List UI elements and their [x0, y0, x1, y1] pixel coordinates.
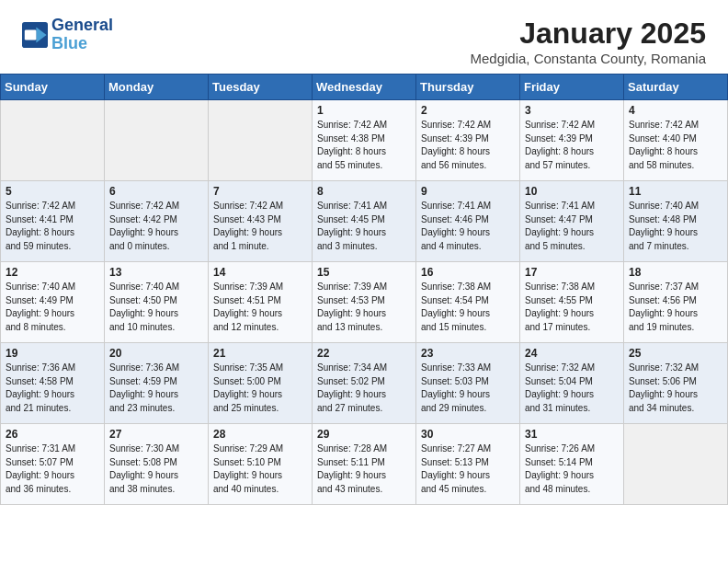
calendar-day-9: 9Sunrise: 7:41 AM Sunset: 4:46 PM Daylig…: [416, 181, 520, 262]
weekday-header-friday: Friday: [520, 75, 624, 100]
day-number: 30: [421, 428, 515, 441]
day-info: Sunrise: 7:32 AM Sunset: 5:06 PM Dayligh…: [629, 362, 722, 415]
calendar-day-16: 16Sunrise: 7:38 AM Sunset: 4:54 PM Dayli…: [416, 262, 520, 343]
calendar-day-7: 7Sunrise: 7:42 AM Sunset: 4:43 PM Daylig…: [209, 181, 313, 262]
calendar-day-5: 5Sunrise: 7:42 AM Sunset: 4:41 PM Daylig…: [1, 181, 105, 262]
day-number: 27: [109, 428, 203, 441]
day-info: Sunrise: 7:32 AM Sunset: 5:04 PM Dayligh…: [525, 362, 619, 415]
calendar-day-10: 10Sunrise: 7:41 AM Sunset: 4:47 PM Dayli…: [520, 181, 624, 262]
calendar-empty-cell: [624, 424, 728, 505]
calendar-day-11: 11Sunrise: 7:40 AM Sunset: 4:48 PM Dayli…: [624, 181, 728, 262]
logo-text: General Blue: [51, 17, 113, 53]
day-info: Sunrise: 7:34 AM Sunset: 5:02 PM Dayligh…: [317, 362, 411, 415]
day-info: Sunrise: 7:38 AM Sunset: 4:54 PM Dayligh…: [421, 281, 515, 334]
day-number: 13: [109, 266, 203, 279]
day-info: Sunrise: 7:42 AM Sunset: 4:38 PM Dayligh…: [317, 119, 411, 172]
calendar-empty-cell: [1, 100, 105, 181]
day-info: Sunrise: 7:26 AM Sunset: 5:14 PM Dayligh…: [525, 442, 619, 496]
calendar-week-row: 12Sunrise: 7:40 AM Sunset: 4:49 PM Dayli…: [1, 262, 728, 343]
svg-rect-2: [25, 29, 37, 40]
day-number: 19: [6, 347, 99, 360]
day-info: Sunrise: 7:42 AM Sunset: 4:39 PM Dayligh…: [421, 119, 515, 172]
day-number: 22: [317, 347, 411, 360]
calendar-day-1: 1Sunrise: 7:42 AM Sunset: 4:38 PM Daylig…: [313, 100, 416, 181]
day-info: Sunrise: 7:40 AM Sunset: 4:50 PM Dayligh…: [109, 281, 203, 334]
calendar-day-29: 29Sunrise: 7:28 AM Sunset: 5:11 PM Dayli…: [313, 424, 416, 505]
day-info: Sunrise: 7:35 AM Sunset: 5:00 PM Dayligh…: [213, 362, 307, 415]
location-title: Medgidia, Constanta County, Romania: [470, 51, 706, 66]
calendar-day-30: 30Sunrise: 7:27 AM Sunset: 5:13 PM Dayli…: [416, 424, 520, 505]
calendar-day-14: 14Sunrise: 7:39 AM Sunset: 4:51 PM Dayli…: [209, 262, 313, 343]
day-number: 3: [525, 104, 619, 117]
calendar-day-23: 23Sunrise: 7:33 AM Sunset: 5:03 PM Dayli…: [416, 343, 520, 424]
day-number: 25: [629, 347, 722, 360]
title-area: January 2025 Medgidia, Constanta County,…: [470, 17, 706, 66]
weekday-header-wednesday: Wednesday: [313, 75, 416, 100]
calendar-day-3: 3Sunrise: 7:42 AM Sunset: 4:39 PM Daylig…: [520, 100, 624, 181]
calendar-day-19: 19Sunrise: 7:36 AM Sunset: 4:58 PM Dayli…: [1, 343, 105, 424]
day-number: 28: [213, 428, 307, 441]
weekday-header-monday: Monday: [105, 75, 209, 100]
day-number: 10: [525, 185, 619, 198]
logo-line1: General: [51, 17, 113, 35]
day-info: Sunrise: 7:27 AM Sunset: 5:13 PM Dayligh…: [421, 442, 515, 496]
day-number: 18: [629, 266, 722, 279]
page-header: General Blue January 2025 Medgidia, Cons…: [0, 0, 728, 74]
day-info: Sunrise: 7:42 AM Sunset: 4:40 PM Dayligh…: [629, 119, 722, 172]
month-title: January 2025: [470, 17, 706, 51]
calendar-day-13: 13Sunrise: 7:40 AM Sunset: 4:50 PM Dayli…: [105, 262, 209, 343]
day-info: Sunrise: 7:41 AM Sunset: 4:46 PM Dayligh…: [421, 200, 515, 253]
day-info: Sunrise: 7:42 AM Sunset: 4:39 PM Dayligh…: [525, 119, 619, 172]
calendar-day-26: 26Sunrise: 7:31 AM Sunset: 5:07 PM Dayli…: [1, 424, 105, 505]
day-info: Sunrise: 7:40 AM Sunset: 4:49 PM Dayligh…: [6, 281, 99, 334]
calendar-day-20: 20Sunrise: 7:36 AM Sunset: 4:59 PM Dayli…: [105, 343, 209, 424]
day-info: Sunrise: 7:39 AM Sunset: 4:51 PM Dayligh…: [213, 281, 307, 334]
day-number: 24: [525, 347, 619, 360]
calendar-table: SundayMondayTuesdayWednesdayThursdayFrid…: [0, 74, 728, 505]
day-number: 2: [421, 104, 515, 117]
day-number: 17: [525, 266, 619, 279]
day-number: 12: [6, 266, 99, 279]
day-info: Sunrise: 7:42 AM Sunset: 4:41 PM Dayligh…: [6, 200, 99, 253]
calendar-day-8: 8Sunrise: 7:41 AM Sunset: 4:45 PM Daylig…: [313, 181, 416, 262]
weekday-header-sunday: Sunday: [1, 75, 105, 100]
calendar-day-21: 21Sunrise: 7:35 AM Sunset: 5:00 PM Dayli…: [209, 343, 313, 424]
logo-icon: [22, 22, 48, 48]
calendar-day-24: 24Sunrise: 7:32 AM Sunset: 5:04 PM Dayli…: [520, 343, 624, 424]
day-info: Sunrise: 7:41 AM Sunset: 4:47 PM Dayligh…: [525, 200, 619, 253]
calendar-day-4: 4Sunrise: 7:42 AM Sunset: 4:40 PM Daylig…: [624, 100, 728, 181]
weekday-header-row: SundayMondayTuesdayWednesdayThursdayFrid…: [1, 75, 728, 100]
day-info: Sunrise: 7:40 AM Sunset: 4:48 PM Dayligh…: [629, 200, 722, 253]
calendar-day-25: 25Sunrise: 7:32 AM Sunset: 5:06 PM Dayli…: [624, 343, 728, 424]
day-number: 26: [6, 428, 99, 441]
calendar-week-row: 1Sunrise: 7:42 AM Sunset: 4:38 PM Daylig…: [1, 100, 728, 181]
day-info: Sunrise: 7:41 AM Sunset: 4:45 PM Dayligh…: [317, 200, 411, 253]
calendar-day-28: 28Sunrise: 7:29 AM Sunset: 5:10 PM Dayli…: [209, 424, 313, 505]
calendar-week-row: 5Sunrise: 7:42 AM Sunset: 4:41 PM Daylig…: [1, 181, 728, 262]
day-number: 9: [421, 185, 515, 198]
day-number: 11: [629, 185, 722, 198]
day-info: Sunrise: 7:28 AM Sunset: 5:11 PM Dayligh…: [317, 442, 411, 496]
weekday-header-saturday: Saturday: [624, 75, 728, 100]
day-number: 8: [317, 185, 411, 198]
calendar-week-row: 19Sunrise: 7:36 AM Sunset: 4:58 PM Dayli…: [1, 343, 728, 424]
day-number: 4: [629, 104, 722, 117]
day-number: 31: [525, 428, 619, 441]
day-info: Sunrise: 7:31 AM Sunset: 5:07 PM Dayligh…: [6, 442, 99, 496]
day-number: 21: [213, 347, 307, 360]
weekday-header-thursday: Thursday: [416, 75, 520, 100]
day-info: Sunrise: 7:33 AM Sunset: 5:03 PM Dayligh…: [421, 362, 515, 415]
day-number: 15: [317, 266, 411, 279]
day-info: Sunrise: 7:36 AM Sunset: 4:58 PM Dayligh…: [6, 362, 99, 415]
logo-line2: Blue: [51, 34, 87, 52]
day-number: 6: [109, 185, 203, 198]
calendar-empty-cell: [209, 100, 313, 181]
logo: General Blue: [22, 17, 113, 53]
calendar-day-2: 2Sunrise: 7:42 AM Sunset: 4:39 PM Daylig…: [416, 100, 520, 181]
day-info: Sunrise: 7:37 AM Sunset: 4:56 PM Dayligh…: [629, 281, 722, 334]
day-number: 5: [6, 185, 99, 198]
calendar-week-row: 26Sunrise: 7:31 AM Sunset: 5:07 PM Dayli…: [1, 424, 728, 505]
day-info: Sunrise: 7:38 AM Sunset: 4:55 PM Dayligh…: [525, 281, 619, 334]
calendar-day-22: 22Sunrise: 7:34 AM Sunset: 5:02 PM Dayli…: [313, 343, 416, 424]
day-number: 23: [421, 347, 515, 360]
